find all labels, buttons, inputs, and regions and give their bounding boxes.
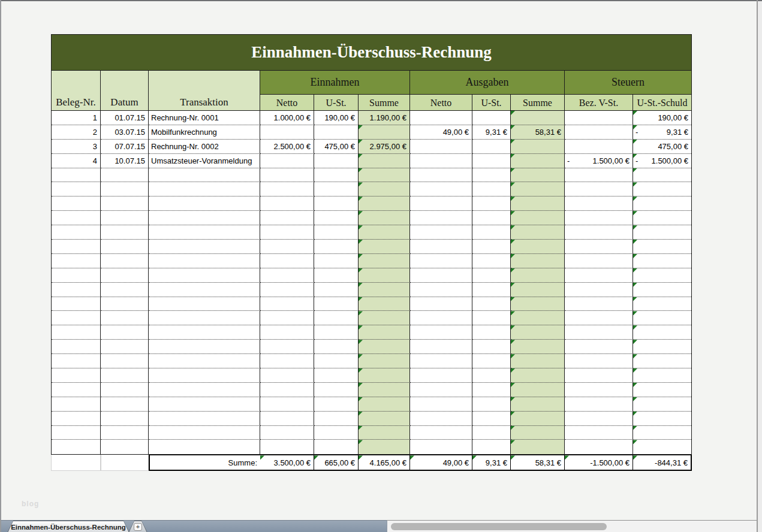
cell-e-netto[interactable] <box>260 340 314 354</box>
cell-a-summe[interactable] <box>511 397 565 412</box>
cell-e-ust[interactable] <box>314 254 359 268</box>
subheader-ausgaben-netto[interactable]: Netto <box>410 95 472 111</box>
total-cell-a-netto[interactable]: 49,00 € <box>410 455 472 471</box>
cell-transaktion[interactable] <box>149 254 260 268</box>
cell-a-summe[interactable] <box>511 168 565 183</box>
cell-a-netto[interactable] <box>410 197 472 211</box>
cell-bez-vst[interactable] <box>565 283 633 297</box>
cell-a-summe[interactable] <box>511 412 565 426</box>
cell-transaktion[interactable] <box>149 168 260 183</box>
cell-e-summe[interactable] <box>359 325 410 340</box>
cell-ust-schuld[interactable]: 475,00 € <box>633 140 691 154</box>
cell-a-summe[interactable] <box>511 340 565 354</box>
cell-ust-schuld[interactable] <box>633 412 691 426</box>
cell-e-ust[interactable] <box>314 283 359 297</box>
cell-e-ust[interactable] <box>314 297 359 312</box>
cell-datum[interactable] <box>101 254 149 268</box>
cell-a-ust[interactable] <box>472 283 511 297</box>
cell-ust-schuld[interactable] <box>633 311 691 325</box>
cell-ust-schuld[interactable] <box>633 426 691 440</box>
sheet-tab-active[interactable]: Einnahmen-Überschuss-Rechnung <box>7 521 129 532</box>
cell-e-netto[interactable] <box>260 325 314 340</box>
cell-e-netto[interactable] <box>260 412 314 426</box>
cell-e-netto[interactable] <box>260 383 314 397</box>
cell-a-ust[interactable] <box>472 168 511 183</box>
cell-e-summe[interactable] <box>359 426 410 440</box>
group-header-ausgaben[interactable]: Ausgaben <box>410 71 565 95</box>
cell-ust-schuld[interactable] <box>633 268 691 283</box>
cell-e-ust[interactable]: 190,00 € <box>314 111 359 125</box>
cell-a-summe[interactable] <box>511 311 565 325</box>
cell-a-summe[interactable] <box>511 426 565 440</box>
cell-datum[interactable] <box>101 211 149 225</box>
cell-a-netto[interactable] <box>410 182 472 197</box>
header-transaktion[interactable]: Transaktion <box>149 71 260 111</box>
cell-e-ust[interactable]: 475,00 € <box>314 140 359 154</box>
cell-ust-schuld[interactable]: -1.500,00 € <box>633 154 691 168</box>
cell-transaktion[interactable] <box>149 354 260 368</box>
cell-e-ust[interactable] <box>314 154 359 168</box>
cell-bez-vst[interactable] <box>565 254 633 268</box>
cell-bez-vst[interactable] <box>565 412 633 426</box>
cell-e-ust[interactable] <box>314 311 359 325</box>
cell-bez-vst[interactable] <box>565 225 633 240</box>
cell-a-netto[interactable] <box>410 168 472 183</box>
cell-datum[interactable] <box>101 297 149 312</box>
cell-e-summe[interactable] <box>359 168 410 183</box>
cell-transaktion[interactable] <box>149 283 260 297</box>
cell-datum[interactable] <box>101 168 149 183</box>
cell-ust-schuld[interactable] <box>633 254 691 268</box>
cell-a-summe[interactable] <box>511 354 565 368</box>
cell-a-netto[interactable] <box>410 283 472 297</box>
cell-e-ust[interactable] <box>314 426 359 440</box>
scrollbar-thumb[interactable] <box>391 523 607 530</box>
cell-ust-schuld[interactable] <box>633 240 691 254</box>
cell-ust-schuld[interactable] <box>633 168 691 183</box>
cell-a-netto[interactable] <box>410 426 472 440</box>
cell-e-ust[interactable] <box>314 412 359 426</box>
cell-bez-vst[interactable] <box>565 268 633 283</box>
cell-e-summe[interactable] <box>359 268 410 283</box>
cell-a-netto[interactable] <box>410 340 472 354</box>
total-cell-bez-vst[interactable]: -1.500,00 € <box>565 455 633 471</box>
cell-e-netto[interactable] <box>260 254 314 268</box>
cell-transaktion[interactable]: Rechnung-Nr. 0001 <box>149 111 260 125</box>
cell-transaktion[interactable] <box>149 240 260 254</box>
cell-datum[interactable]: 07.07.15 <box>101 140 149 154</box>
cell-bez-vst[interactable] <box>565 197 633 211</box>
cell-beleg-nr[interactable] <box>52 383 101 397</box>
cell-e-ust[interactable] <box>314 397 359 412</box>
cell-ust-schuld[interactable] <box>633 354 691 368</box>
cell-a-summe[interactable] <box>511 297 565 312</box>
cell-beleg-nr[interactable] <box>52 311 101 325</box>
cell-a-summe[interactable] <box>511 182 565 197</box>
group-header-einnahmen[interactable]: Einnahmen <box>260 71 410 95</box>
cell-beleg-nr[interactable] <box>52 440 101 454</box>
cell-a-ust[interactable] <box>472 412 511 426</box>
cell-bez-vst[interactable] <box>565 311 633 325</box>
cell-beleg-nr[interactable] <box>52 397 101 412</box>
cell-a-ust[interactable] <box>472 268 511 283</box>
cell-transaktion[interactable] <box>149 383 260 397</box>
cell-a-ust[interactable] <box>472 440 511 454</box>
cell-a-ust[interactable] <box>472 211 511 225</box>
cell-bez-vst[interactable] <box>565 383 633 397</box>
cell-e-summe[interactable]: 1.190,00 € <box>359 111 410 125</box>
cell-transaktion[interactable] <box>149 311 260 325</box>
cell-ust-schuld[interactable] <box>633 297 691 312</box>
cell-e-ust[interactable] <box>314 368 359 383</box>
cell-datum[interactable] <box>101 197 149 211</box>
cell-bez-vst[interactable] <box>565 340 633 354</box>
cell-e-netto[interactable] <box>260 354 314 368</box>
cell-datum[interactable] <box>101 368 149 383</box>
cell-a-netto[interactable] <box>410 268 472 283</box>
cell-e-netto[interactable] <box>260 154 314 168</box>
total-cell-a-summe[interactable]: 58,31 € <box>511 455 565 471</box>
cell-datum[interactable]: 10.07.15 <box>101 154 149 168</box>
cell-e-netto[interactable] <box>260 168 314 183</box>
cell-e-ust[interactable] <box>314 325 359 340</box>
cell-e-summe[interactable] <box>359 383 410 397</box>
cell-beleg-nr[interactable] <box>52 225 101 240</box>
cell-transaktion[interactable] <box>149 211 260 225</box>
cell-a-ust[interactable] <box>472 354 511 368</box>
